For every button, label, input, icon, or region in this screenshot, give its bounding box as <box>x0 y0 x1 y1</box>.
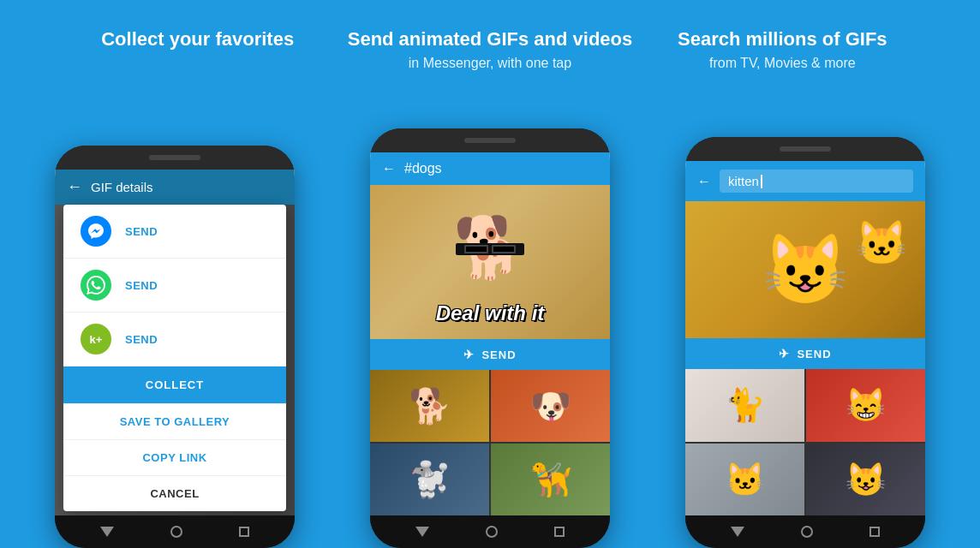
collect-button[interactable]: COLLECT <box>63 366 286 403</box>
phone1-top-bar <box>55 146 295 170</box>
search-title: Search millions of GIFs <box>636 27 929 52</box>
copy-label: COPY LINK <box>142 451 206 464</box>
messenger-send-option[interactable]: SEND <box>63 205 286 259</box>
gif-details-header: ← GIF details <box>55 170 295 205</box>
gif-thumb-emoji-4: 🦮 <box>491 444 610 515</box>
gif-grid-item-3[interactable]: 🐩 <box>370 444 489 515</box>
phone-search: ← kitten 😺 🐱 ✈ SEND 🐈 <box>685 137 925 548</box>
send-subtitle: in Messenger, with one tap <box>344 56 636 71</box>
messenger-icon <box>81 216 111 247</box>
section-collect: Collect your favorites <box>51 27 344 52</box>
phone2-speaker <box>464 138 516 143</box>
phone1-nav-bar <box>55 515 295 548</box>
gif-thumb-emoji-3: 🐩 <box>370 444 489 515</box>
phones-container: ← GIF details SEND <box>0 71 980 548</box>
back-nav-icon-3[interactable] <box>731 527 744 537</box>
phone2-top-bar <box>370 128 610 152</box>
cat-thumb-emoji-3: 🐱 <box>685 444 804 516</box>
cat-thumb-emoji-1: 🐈 <box>685 369 804 442</box>
kitten-search-field[interactable]: kitten <box>720 170 913 193</box>
save-to-gallery-button[interactable]: SAVE TO GALLERY <box>63 403 286 439</box>
phone2-screen: ← #dogs 🐕 Deal with it ✈ <box>370 152 610 515</box>
cat-emoji-2: 🐱 <box>855 218 908 268</box>
home-nav-icon-3[interactable] <box>801 526 813 538</box>
kitten-back-arrow[interactable]: ← <box>697 174 711 189</box>
phone3-nav-bar <box>685 515 925 548</box>
section-send: Send animated GIFs and videos in Messeng… <box>344 27 636 71</box>
text-cursor <box>761 175 762 188</box>
gif-grid-item-4[interactable]: 🦮 <box>491 444 610 515</box>
cancel-label: CANCEL <box>150 487 199 500</box>
whatsapp-send-label: SEND <box>125 279 158 292</box>
home-nav-icon[interactable] <box>170 526 182 538</box>
cancel-button[interactable]: CANCEL <box>63 475 286 511</box>
cat-grid-item-3[interactable]: 🐱 <box>685 444 804 516</box>
deal-with-it-text: Deal with it <box>436 301 545 325</box>
pixel-sunglasses <box>456 243 524 255</box>
phone1-screen: ← GIF details SEND <box>55 170 295 515</box>
collect-label: COLLECT <box>146 378 204 391</box>
send-icon-phone3: ✈ <box>779 347 790 360</box>
share-popup: SEND SEND k+ <box>63 205 286 511</box>
phone1-content-area: SEND SEND k+ <box>55 205 295 515</box>
send-bar-phone3[interactable]: ✈ SEND <box>685 338 925 369</box>
whatsapp-send-option[interactable]: SEND <box>63 259 286 313</box>
kik-icon: k+ <box>81 324 111 354</box>
send-bar-phone2[interactable]: ✈ SEND <box>370 339 610 370</box>
phone-send: ← #dogs 🐕 Deal with it ✈ <box>370 128 610 548</box>
search-subtitle: from TV, Movies & more <box>636 56 929 71</box>
recent-nav-icon-3[interactable] <box>869 527 880 537</box>
kitten-search-value: kitten <box>728 174 759 188</box>
dogs-header: ← #dogs <box>370 152 610 185</box>
cat-grid-item-4[interactable]: 😺 <box>806 444 925 516</box>
recent-nav-icon-2[interactable] <box>554 527 565 537</box>
phone-collect: ← GIF details SEND <box>55 146 295 548</box>
deal-with-it-gif: 🐕 Deal with it <box>370 185 610 339</box>
messenger-send-label: SEND <box>125 225 158 238</box>
phone3-speaker <box>780 146 831 152</box>
whatsapp-icon <box>81 270 111 301</box>
cat-gif-grid: 🐈 😸 🐱 😺 <box>685 369 925 515</box>
phone2-nav-bar <box>370 515 610 548</box>
back-arrow-icon[interactable]: ← <box>67 178 82 196</box>
top-headings: Collect your favorites Send animated GIF… <box>0 0 980 71</box>
kik-send-label: SEND <box>125 333 158 346</box>
gif-grid-item-2[interactable]: 🐶 <box>491 370 610 442</box>
gif-grid-phone2: 🐕 🐶 🐩 🦮 <box>370 370 610 515</box>
cat-thumb-emoji-2: 😸 <box>806 369 925 442</box>
send-label-phone3: SEND <box>797 348 831 360</box>
dogs-back-arrow[interactable]: ← <box>382 161 396 176</box>
gif-details-title: GIF details <box>91 180 153 194</box>
send-icon-phone2: ✈ <box>463 348 475 361</box>
cat-grid-item-1[interactable]: 🐈 <box>685 369 804 442</box>
cat-thumb-emoji-4: 😺 <box>806 444 925 516</box>
send-label-phone2: SEND <box>481 348 516 361</box>
phone3-screen: ← kitten 😺 🐱 ✈ SEND 🐈 <box>685 161 925 515</box>
gif-thumb-emoji-1: 🐕 <box>370 370 489 442</box>
collect-title: Collect your favorites <box>51 27 344 52</box>
kitten-header: ← kitten <box>685 161 925 201</box>
phone1-speaker <box>149 155 200 160</box>
recent-nav-icon[interactable] <box>239 527 249 537</box>
save-label: SAVE TO GALLERY <box>120 415 230 428</box>
send-title: Send animated GIFs and videos <box>344 27 636 52</box>
kik-send-option[interactable]: k+ SEND <box>63 313 286 366</box>
back-nav-icon[interactable] <box>100 527 114 537</box>
home-nav-icon-2[interactable] <box>486 526 498 538</box>
doge-image: 🐕 Deal with it <box>370 185 610 339</box>
cat-grid-item-2[interactable]: 😸 <box>806 369 925 442</box>
back-nav-icon-2[interactable] <box>415 527 429 537</box>
cat-main-gif: 😺 🐱 <box>685 201 925 338</box>
copy-link-button[interactable]: COPY LINK <box>63 439 286 475</box>
section-search: Search millions of GIFs from TV, Movies … <box>636 27 929 71</box>
cat-emoji-main: 😺 <box>762 229 848 310</box>
gif-grid-item-1[interactable]: 🐕 <box>370 370 489 442</box>
dogs-hashtag-title: #dogs <box>404 161 442 176</box>
phone3-top-bar <box>685 137 925 161</box>
gif-thumb-emoji-2: 🐶 <box>491 370 610 442</box>
